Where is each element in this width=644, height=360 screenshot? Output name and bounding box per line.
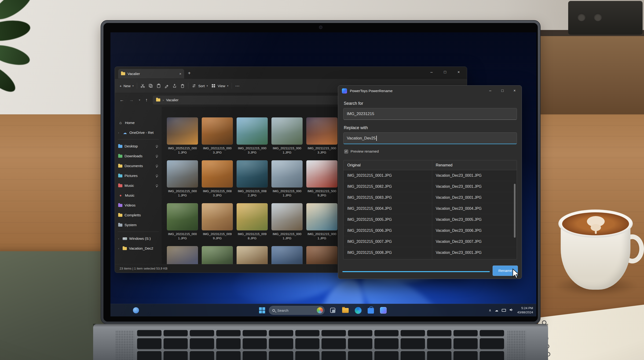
- sidebar-item[interactable]: › Completts: [115, 210, 162, 220]
- expand-chevron-icon[interactable]: ›: [118, 237, 120, 240]
- file-tile[interactable]: IMG_20231215_0001.JPG: [165, 160, 200, 203]
- powerrename-window-controls: – □ ×: [484, 86, 521, 95]
- minimize-button[interactable]: –: [425, 67, 438, 77]
- replace-with-input[interactable]: Vacation_Dev25: [343, 132, 517, 144]
- file-tile[interactable]: [165, 246, 200, 264]
- file-tile[interactable]: IMG_20251215_0001.JPG: [165, 117, 200, 160]
- minimize-button[interactable]: –: [484, 86, 496, 95]
- table-scrollbar[interactable]: [514, 184, 516, 238]
- file-tile[interactable]: IMG_20211215_0003.JPG: [304, 117, 339, 160]
- sidebar-item[interactable]: › System: [115, 220, 162, 230]
- file-tile[interactable]: IMG_20231215_0098.JPG: [235, 203, 270, 246]
- preview-renamed-row[interactable]: ✓ Preview renamed: [344, 149, 379, 153]
- file-tile[interactable]: IMG_20211215_0001.JPG: [270, 117, 304, 160]
- task-view-button[interactable]: [328, 306, 337, 315]
- file-tile[interactable]: IMG_20231215_0001.JPG: [304, 203, 339, 246]
- maximize-button[interactable]: □: [438, 67, 452, 77]
- view-button[interactable]: View ▾: [211, 83, 228, 88]
- rename-row[interactable]: IMG_20231215_0001.JPG Vacation_Dec23_000…: [344, 170, 517, 181]
- taskbar-search[interactable]: Search: [269, 306, 324, 315]
- sidebar-item[interactable]: › Documents: [115, 161, 162, 171]
- sidebar-item[interactable]: › Vacation_Dec2: [115, 244, 162, 253]
- powertoys-button[interactable]: [379, 306, 388, 315]
- paste-button[interactable]: [156, 83, 161, 88]
- display-icon[interactable]: [502, 309, 506, 312]
- sidebar-item[interactable]: › Pictures: [115, 171, 162, 181]
- rename-row[interactable]: IMG_20231215_0083.JPG Vacation_Dec23_000…: [344, 192, 517, 203]
- rename-row[interactable]: IMG_20231215_0082.JPG Vacation_Dec23_000…: [344, 181, 517, 192]
- speaker-grille: [507, 330, 526, 360]
- sidebar-item-label: Desktop: [124, 144, 153, 148]
- volume-icon[interactable]: [510, 308, 514, 313]
- file-explorer-button[interactable]: [341, 306, 350, 315]
- file-tile[interactable]: IMG_20231215_0082.JPG: [235, 160, 270, 203]
- copy-button[interactable]: [148, 83, 153, 88]
- sidebar-item[interactable]: › Music: [115, 181, 162, 191]
- tray-chevron-icon[interactable]: ∧: [488, 308, 491, 312]
- file-tile[interactable]: IMG_20231215_0083.JPG: [200, 160, 235, 203]
- rename-row[interactable]: IMG_20231215_0008.JPG Vacation_Dec23_000…: [344, 247, 517, 258]
- share-button[interactable]: [172, 83, 177, 88]
- delete-button[interactable]: [180, 83, 185, 88]
- file-tile[interactable]: IMG_20231215_5009.JPG: [304, 160, 339, 203]
- file-thumbnail: [236, 117, 268, 145]
- edge-button[interactable]: [354, 306, 362, 315]
- cut-button[interactable]: [140, 83, 145, 88]
- sidebar-item[interactable]: › ● Music: [115, 191, 162, 200]
- file-name: IMG_20211215_0003.JPG: [237, 146, 268, 154]
- file-tile[interactable]: IMG_20231215_0001.JPG: [165, 203, 200, 246]
- sidebar-item[interactable]: › ⌂ Home: [115, 118, 162, 128]
- onedrive-cloud-icon[interactable]: ☁: [495, 308, 498, 312]
- rename-row[interactable]: IMG_20231215_0007.JPG Vacation_Dec23_000…: [344, 236, 517, 247]
- explorer-tab[interactable]: Vacalier ×: [118, 69, 184, 79]
- file-tile[interactable]: [304, 246, 339, 264]
- item-glyph-icon: ⌂: [118, 121, 123, 125]
- sidebar-item[interactable]: › Desktop: [115, 141, 162, 151]
- rename-row[interactable]: IMG_20231215_0005.JPG Vacation_Dec23_000…: [344, 214, 517, 225]
- file-tile[interactable]: IMG_20231215_0001.JPG: [270, 203, 304, 246]
- sidebar-item[interactable]: › Windows (S:): [115, 234, 162, 244]
- column-original[interactable]: Original: [344, 163, 432, 167]
- file-tile[interactable]: IMG_20231215_0099.JPG: [200, 203, 235, 246]
- taskbar-clock[interactable]: 5:24 PM 43/88/2024: [517, 306, 533, 314]
- maximize-button[interactable]: □: [496, 86, 508, 95]
- new-tab-button[interactable]: +: [188, 71, 191, 76]
- widgets-button[interactable]: [133, 307, 139, 313]
- rename-row[interactable]: IMG_20231215_0004.JPG Vacation_Dec23_000…: [344, 203, 517, 214]
- column-renamed[interactable]: Renamed: [432, 163, 517, 167]
- start-button[interactable]: [259, 307, 265, 313]
- file-tile[interactable]: [270, 246, 304, 264]
- new-button[interactable]: + New ▾: [120, 84, 134, 88]
- folder-icon: [118, 184, 122, 187]
- forward-button[interactable]: →: [129, 97, 134, 103]
- rename-icon-button[interactable]: [164, 83, 169, 88]
- file-tile[interactable]: IMG_20231215_0001.JPG: [270, 160, 304, 203]
- up-button[interactable]: ↑: [146, 97, 148, 103]
- sidebar-item[interactable]: › Videos: [115, 200, 162, 210]
- folder-icon: [118, 155, 122, 158]
- sort-button[interactable]: Sort ▾: [192, 83, 208, 88]
- file-tile[interactable]: [235, 246, 270, 264]
- original-name: IMG_20231215_0005.JPG: [344, 218, 432, 222]
- checkbox-checked-icon[interactable]: ✓: [344, 149, 348, 153]
- tab-close-icon[interactable]: ×: [179, 72, 181, 76]
- file-tile[interactable]: IMG_20211215_0003.JPG: [235, 117, 270, 160]
- file-thumbnail: [202, 117, 233, 145]
- file-tile[interactable]: IMG_20211215_0003.JPG: [200, 117, 235, 160]
- close-button[interactable]: ×: [452, 67, 466, 77]
- file-thumbnail: [167, 203, 198, 230]
- sidebar-item[interactable]: › Downloads: [115, 151, 162, 161]
- more-options-button[interactable]: ⋯: [235, 83, 240, 89]
- file-tile[interactable]: [200, 246, 235, 264]
- breadcrumb-segment[interactable]: Vacalier: [166, 98, 178, 102]
- store-button[interactable]: [366, 306, 375, 315]
- search-for-input[interactable]: [343, 108, 517, 120]
- expand-chevron-icon[interactable]: ›: [118, 131, 120, 134]
- sidebar-item-label: Music: [124, 184, 153, 188]
- recent-locations-button[interactable]: ▾: [139, 98, 140, 102]
- expand-chevron-icon[interactable]: ›: [118, 247, 120, 250]
- sidebar-item[interactable]: › ☁ OneDrive - Ret: [115, 128, 162, 138]
- back-button[interactable]: ←: [120, 97, 124, 103]
- close-button[interactable]: ×: [508, 86, 521, 95]
- rename-row[interactable]: IMG_20231215_0006.JPG Vacation_Dec23_000…: [344, 225, 517, 236]
